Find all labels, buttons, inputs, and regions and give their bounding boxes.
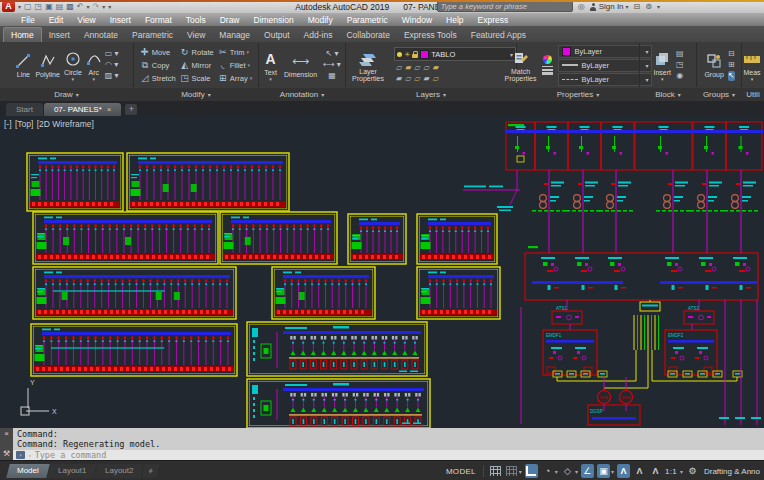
polar-tracking-icon[interactable]: ◔ bbox=[541, 464, 554, 478]
layer-tool-icon[interactable]: ▱ bbox=[414, 74, 420, 83]
modify-panel-label[interactable]: Modify▾ bbox=[134, 90, 258, 99]
new-tab-button[interactable]: + bbox=[125, 104, 137, 115]
undo-icon[interactable]: ↶ bbox=[77, 2, 84, 11]
search-icon[interactable]: ◎ bbox=[578, 2, 585, 11]
undo-caret-icon[interactable]: ▾ bbox=[87, 3, 90, 10]
ortho-mode-icon[interactable] bbox=[525, 464, 538, 478]
hatch-tool-icon[interactable]: ▨ ▾ bbox=[105, 71, 119, 81]
workspace-name[interactable]: Drafting & Anno bbox=[704, 467, 760, 476]
dim-tool-icon[interactable]: ⟷ ▾ bbox=[323, 60, 341, 70]
osnap-caret-icon[interactable]: ▾ bbox=[611, 468, 614, 475]
layout-tab-model[interactable]: Model bbox=[6, 464, 49, 478]
draw-panel-label[interactable]: Draw▾ bbox=[0, 90, 133, 99]
layer-control-dropdown[interactable]: ☀ TABLO ▾ bbox=[394, 47, 516, 61]
viewport-view-control[interactable]: [Top] bbox=[15, 119, 33, 129]
stay-connected-icon[interactable]: ⊚ bbox=[645, 2, 652, 11]
command-recent-caret-icon[interactable]: ▾ bbox=[28, 452, 32, 459]
array-caret-icon[interactable]: ▾ bbox=[250, 73, 253, 84]
command-history[interactable]: Command: Command: Regenerating model. bbox=[13, 428, 764, 450]
layer-on-icon[interactable] bbox=[397, 52, 402, 57]
menu-item-window[interactable]: Window bbox=[395, 15, 439, 25]
measure-button[interactable]: Meas▾ bbox=[742, 49, 762, 81]
osnap-tracking-icon[interactable]: ∠ bbox=[581, 464, 594, 478]
menu-item-help[interactable]: Help bbox=[439, 15, 470, 25]
grid-display-icon[interactable] bbox=[489, 464, 502, 478]
help-search-input[interactable]: Type a keyword or phrase bbox=[437, 1, 573, 12]
layer-tool-icon[interactable]: ▱ bbox=[405, 74, 411, 83]
layer-tool-icon[interactable]: ▱ bbox=[414, 63, 420, 72]
menu-item-insert[interactable]: Insert bbox=[103, 15, 138, 25]
fillet-button[interactable]: ◟Fillet▾ bbox=[218, 59, 252, 71]
layout-tab-layout1[interactable]: Layout1 bbox=[47, 464, 97, 478]
app-store-icon[interactable]: ⊟ bbox=[634, 2, 641, 11]
copy-button[interactable]: ⧉Copy bbox=[140, 59, 176, 71]
menu-item-format[interactable]: Format bbox=[138, 15, 179, 25]
menu-item-file[interactable]: File bbox=[14, 15, 42, 25]
mirror-button[interactable]: ◭Mirror bbox=[180, 59, 214, 71]
scale-button[interactable]: ◳Scale bbox=[180, 72, 214, 84]
insert-caret-icon[interactable]: ▾ bbox=[661, 77, 664, 81]
ribbon-tab-home[interactable]: Home bbox=[3, 27, 42, 42]
ribbon-tab-annotate[interactable]: Annotate bbox=[77, 28, 125, 42]
group-select-tool-icon[interactable]: ↖ bbox=[728, 71, 735, 81]
drawing-area[interactable]: [-] [Top] [2D Wireframe] YXATS1ATS2EMDF1… bbox=[0, 116, 764, 428]
autoscale-icon[interactable]: Ʌ bbox=[633, 464, 646, 478]
group-button[interactable]: Group bbox=[703, 51, 724, 79]
circle-button[interactable]: Circle▾ bbox=[63, 49, 83, 81]
close-tab-icon[interactable]: × bbox=[107, 103, 112, 116]
plot-icon[interactable]: ▩ bbox=[66, 2, 74, 11]
save-as-icon[interactable]: ▤ bbox=[56, 2, 64, 11]
ribbon-tab-collaborate[interactable]: Collaborate bbox=[339, 28, 396, 42]
menu-item-modify[interactable]: Modify bbox=[301, 15, 340, 25]
dimension-button[interactable]: ⟷ Dimension bbox=[283, 51, 318, 79]
array-button[interactable]: ⊞Array▾ bbox=[218, 72, 252, 84]
menu-item-express[interactable]: Express bbox=[471, 15, 516, 25]
ribbon-tab-insert[interactable]: Insert bbox=[42, 28, 77, 42]
layer-tool-icon[interactable]: ▰ bbox=[423, 74, 429, 83]
groups-panel-label[interactable]: Groups▾ bbox=[697, 90, 741, 99]
ribbon-tab-express-tools[interactable]: Express Tools bbox=[397, 28, 464, 42]
text-caret-icon[interactable]: ▾ bbox=[269, 77, 272, 81]
qat-customize-icon[interactable]: ▾ bbox=[108, 3, 111, 10]
customization-gear-icon[interactable]: ⚙ bbox=[686, 464, 699, 478]
polar-caret-icon[interactable]: ▾ bbox=[555, 468, 558, 475]
move-button[interactable]: ✛Move bbox=[140, 46, 176, 58]
customize-command-icon[interactable]: ⚒ bbox=[3, 450, 10, 458]
layer-tool-icon[interactable]: ▱ bbox=[396, 63, 402, 72]
menu-item-parametric[interactable]: Parametric bbox=[340, 15, 395, 25]
isodraft-caret-icon[interactable]: ▾ bbox=[575, 468, 578, 475]
attributes-tool-icon[interactable]: ◉ bbox=[676, 71, 684, 81]
menu-item-edit[interactable]: Edit bbox=[42, 15, 71, 25]
text-button[interactable]: A Text▾ bbox=[263, 49, 278, 81]
edit-block-tool-icon[interactable]: ◳ bbox=[676, 60, 684, 70]
create-block-tool-icon[interactable]: ▤ bbox=[676, 49, 684, 59]
app-menu-caret-icon[interactable]: ▾ bbox=[18, 3, 21, 10]
layer-tool-icon[interactable]: ▰ bbox=[405, 63, 411, 72]
layer-thaw-icon[interactable]: ☀ bbox=[404, 51, 410, 58]
table-tool-icon[interactable]: ▦ bbox=[323, 71, 341, 81]
menu-item-tools[interactable]: Tools bbox=[179, 15, 213, 25]
model-space-label[interactable]: MODEL bbox=[446, 467, 476, 476]
menu-item-view[interactable]: View bbox=[70, 15, 102, 25]
ribbon-tab-featured-apps[interactable]: Featured Apps bbox=[464, 28, 533, 42]
sign-in-button[interactable]: Sign In ▾ bbox=[590, 2, 629, 11]
layer-tool-icon[interactable]: ▱ bbox=[423, 63, 429, 72]
viewport-menu-control[interactable]: [-] bbox=[4, 119, 12, 129]
leader-tool-icon[interactable]: ↖ ▾ bbox=[323, 49, 341, 59]
properties-panel-label[interactable]: Properties▾ bbox=[517, 90, 639, 99]
layers-panel-label[interactable]: Layers▾ bbox=[346, 90, 516, 99]
close-command-icon[interactable]: × bbox=[4, 430, 9, 438]
connect-caret-icon[interactable]: ▾ bbox=[657, 3, 660, 10]
arc-caret-icon[interactable]: ▾ bbox=[93, 77, 96, 81]
rectangle-tool-icon[interactable]: ▭ ▾ bbox=[105, 49, 119, 59]
ungroup-tool-icon[interactable]: ⊟ bbox=[728, 49, 735, 59]
redo-icon[interactable]: ↷ bbox=[93, 2, 100, 11]
circle-caret-icon[interactable]: ▾ bbox=[72, 77, 75, 81]
model-space-drawing[interactable]: YXATS1ATS2EMDF1EMDF2DG1DG2DGSP bbox=[0, 116, 764, 428]
menu-item-draw[interactable]: Draw bbox=[213, 15, 247, 25]
ellipse-tool-icon[interactable]: ◠ ▾ bbox=[105, 60, 119, 70]
ribbon-tab-parametric[interactable]: Parametric bbox=[125, 28, 180, 42]
trim-button[interactable]: ✂Trim▾ bbox=[218, 46, 252, 58]
ribbon-tab-manage[interactable]: Manage bbox=[212, 28, 257, 42]
annotation-scale-value[interactable]: 1:1 bbox=[665, 467, 677, 476]
